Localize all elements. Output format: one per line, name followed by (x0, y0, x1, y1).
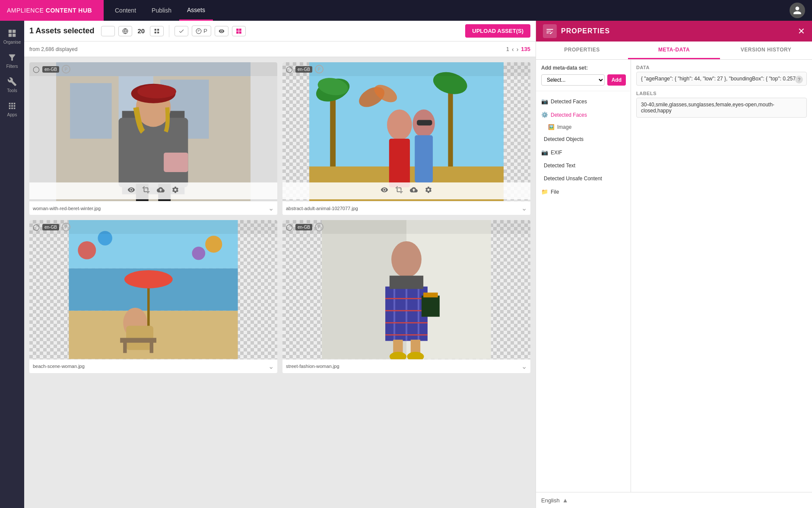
nav-item-assets[interactable]: Assets (179, 0, 213, 21)
expand-asset-button[interactable]: ⌄ (521, 362, 527, 371)
labels-value-text: 30-40,smile,glasses,sunglasses,female,ey… (641, 102, 774, 114)
asset-card[interactable]: ◯ en-GB P (282, 62, 530, 215)
preview-asset-button[interactable] (379, 185, 390, 197)
svg-rect-0 (9, 29, 12, 32)
detected-faces-settings-icon: ⚙️ (541, 112, 548, 118)
meta-section-detected-objects[interactable]: Detected Objects (536, 133, 631, 146)
panel-bottom: English ▲ (536, 492, 812, 508)
add-meta-label: Add meta-data set: (541, 65, 626, 71)
grid-view-button[interactable] (150, 26, 164, 36)
svg-rect-5 (155, 29, 156, 30)
svg-rect-8 (157, 32, 159, 33)
asset-footer: beach-scene-woman.jpg ⌄ (29, 359, 277, 373)
svg-rect-29 (330, 90, 336, 173)
settings-asset-button[interactable] (170, 185, 181, 197)
assets-selected-label: 1 Assets selected (29, 26, 94, 35)
meta-data-display: Data { "ageRange": { "high": 44, "low": … (631, 60, 812, 492)
svg-rect-3 (13, 33, 16, 36)
meta-section-detected-text[interactable]: Detected Text (536, 159, 631, 172)
svg-rect-6 (157, 29, 159, 30)
upload-assets-button[interactable]: UPLOAD ASSET(S) (465, 24, 530, 38)
user-avatar[interactable] (790, 3, 805, 18)
brand-logo: AMPLIENCE CONTENT HUB (0, 0, 104, 21)
image-icon: 🖼️ (548, 124, 555, 130)
data-value-text: { "ageRange": { "high": 44, "low": 27 },… (641, 76, 797, 82)
select-grid-button[interactable] (232, 26, 246, 36)
sidebar-item-apps[interactable]: Apps (2, 97, 22, 121)
main-toolbar: 1 Assets selected 20 P P (24, 21, 536, 42)
data-section: Data { "ageRange": { "high": 44, "low": … (636, 65, 807, 86)
svg-point-47 (205, 236, 222, 253)
settings-asset-button[interactable] (423, 185, 434, 197)
select-all-button[interactable] (174, 26, 188, 36)
asset-card-header: ◯ en-GB P (29, 62, 277, 76)
content-area: 1 Assets selected 20 P P (24, 21, 536, 508)
crop-asset-button[interactable] (393, 185, 405, 197)
preview-asset-button[interactable] (126, 185, 137, 197)
asset-card-header: ◯ en-GB P (282, 62, 530, 76)
crop-asset-button[interactable] (140, 185, 152, 197)
meta-section-detected-faces-2[interactable]: ⚙️ Detected Faces (536, 108, 631, 121)
locale-button[interactable] (118, 26, 132, 36)
exif-label: EXIF (551, 150, 625, 156)
svg-point-24 (137, 84, 176, 98)
sort-button[interactable] (101, 26, 115, 36)
tab-meta-data[interactable]: META-DATA (628, 42, 720, 59)
publish-button[interactable]: P P (192, 26, 211, 36)
publish-badge: P (62, 223, 70, 231)
meta-section-detected-unsafe[interactable]: Detected Unsafe Content (536, 172, 631, 185)
help-icon[interactable]: ? (795, 76, 803, 83)
asset-card-header: ◯ en-GB P (282, 220, 530, 234)
asset-image-3 (29, 220, 277, 359)
sidebar-item-tools[interactable]: Tools (2, 73, 22, 97)
language-selector[interactable]: English ▲ (541, 497, 568, 504)
asset-card[interactable]: ◯ en-GB P (29, 62, 277, 215)
nav-item-content[interactable]: Content (107, 0, 144, 21)
meta-section-file[interactable]: 📁 File (536, 185, 631, 198)
svg-rect-12 (239, 29, 241, 31)
svg-text:P: P (198, 29, 200, 32)
sidebar-item-filters[interactable]: Filters (2, 48, 22, 73)
panel-title: PROPERTIES (561, 27, 793, 35)
language-expand-button[interactable]: ▲ (562, 497, 568, 504)
upload-asset-button[interactable] (155, 185, 166, 197)
meta-set-select[interactable]: Select... (541, 74, 605, 86)
top-navigation: AMPLIENCE CONTENT HUB Content Publish As… (0, 0, 812, 21)
data-value-box: { "ageRange": { "high": 44, "low": 27 },… (636, 72, 807, 86)
meta-section-detected-faces-1[interactable]: 📷 Detected Faces (536, 95, 631, 108)
panel-close-button[interactable]: ✕ (798, 26, 805, 36)
page-prev-button[interactable]: ‹ (512, 46, 514, 53)
expand-asset-button[interactable]: ⌄ (268, 204, 274, 212)
tab-properties[interactable]: PROPERTIES (536, 42, 628, 59)
asset-card[interactable]: ◯ en-GB P (282, 220, 530, 373)
preview-button[interactable] (215, 26, 228, 36)
nav-item-publish[interactable]: Publish (144, 0, 179, 21)
svg-rect-25 (164, 153, 188, 172)
svg-rect-55 (150, 341, 153, 353)
svg-point-48 (192, 247, 205, 260)
upload-asset-button[interactable] (408, 185, 419, 197)
add-meta-set-button[interactable]: Add (607, 74, 626, 86)
detected-faces-1-label: Detected Faces (551, 99, 625, 105)
asset-actions (282, 182, 530, 199)
expand-asset-button[interactable]: ⌄ (521, 204, 527, 212)
tab-version-history[interactable]: VERSION HISTORY (720, 42, 812, 59)
panel-tabs: PROPERTIES META-DATA VERSION HISTORY (536, 42, 812, 60)
left-sidebar: Organise Filters Tools Apps (0, 21, 24, 508)
sidebar-item-organise[interactable]: Organise (2, 24, 22, 48)
page-next-button[interactable]: › (517, 46, 519, 53)
meta-section-exif[interactable]: 📷 EXIF (536, 146, 631, 159)
asset-name: beach-scene-woman.jpg (33, 364, 268, 369)
meta-subsection-image[interactable]: 🖼️ Image (536, 121, 631, 133)
labels-section: Labels 30-40,smile,glasses,sunglasses,fe… (636, 91, 807, 118)
page-current: 1 (506, 46, 509, 52)
detected-unsafe-label: Detected Unsafe Content (544, 176, 625, 182)
expand-asset-button[interactable]: ⌄ (268, 362, 274, 371)
panel-header-icon (543, 24, 557, 38)
add-meta-set-section: Add meta-data set: Select... Add (536, 60, 631, 91)
asset-card[interactable]: ◯ en-GB P (29, 220, 277, 373)
asset-footer: abstract-adult-animal-1027077.jpg ⌄ (282, 201, 530, 215)
svg-rect-2 (9, 33, 12, 36)
asset-name: street-fashion-woman.jpg (286, 364, 521, 369)
lang-badge: en-GB (295, 66, 312, 73)
